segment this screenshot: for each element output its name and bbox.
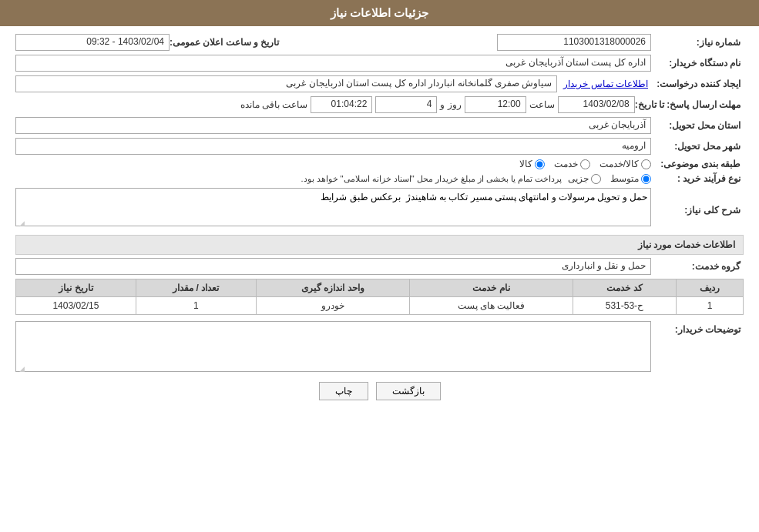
radio-khadamat[interactable] xyxy=(580,159,590,169)
label-kala: کالا xyxy=(519,159,532,169)
main-content: شماره نیاز: 1103001318000026 تاریخ و ساع… xyxy=(0,26,759,416)
cell-date: 1403/02/15 xyxy=(16,297,136,315)
col-header-row: ردیف xyxy=(677,279,744,297)
cell-row: 1 xyxy=(677,297,744,315)
category-option-kala[interactable]: کالا xyxy=(519,159,545,169)
row-buyer-org: نام دستگاه خریدار: اداره کل پست استان آذ… xyxy=(15,55,744,72)
table-row: 1 ح-53-531 فعالیت های پست خودرو 1 1403/0… xyxy=(16,297,744,315)
category-radio-group: کالا/خدمت خدمت کالا xyxy=(519,159,651,169)
label-kala-khadamat: کالا/خدمت xyxy=(599,159,639,169)
province-value: آذربایجان غربی xyxy=(15,117,651,134)
label-motavasset: متوسط xyxy=(610,173,639,184)
need-number-value: 1103001318000026 xyxy=(497,34,651,51)
deadline-remaining-label: ساعت باقی مانده xyxy=(240,99,308,110)
services-table: ردیف کد خدمت نام خدمت واحد اندازه گیری ت… xyxy=(15,279,744,315)
service-group-label: گروه خدمت: xyxy=(651,261,744,272)
deadline-time-label: ساعت xyxy=(529,99,555,110)
page-header: جزئیات اطلاعات نیاز xyxy=(0,0,759,26)
service-group-value: حمل و نقل و انبارداری xyxy=(15,258,651,275)
row-need-number: شماره نیاز: 1103001318000026 تاریخ و ساع… xyxy=(15,34,744,51)
row-city: شهر محل تحویل: ارومیه xyxy=(15,138,744,155)
col-header-code: کد خدمت xyxy=(573,279,676,297)
resize-icon-notes: ◢ xyxy=(17,365,25,373)
category-label: طبقه بندی موضوعی: xyxy=(651,159,744,169)
buyer-notes-textarea[interactable] xyxy=(15,321,651,372)
resize-icon: ◢ xyxy=(17,219,25,227)
city-label: شهر محل تحویل: xyxy=(651,141,744,152)
purchase-type-label: نوع فرآیند خرید : xyxy=(651,173,744,184)
cell-code: ح-53-531 xyxy=(573,297,676,315)
category-option-kala-khadamat[interactable]: کالا/خدمت xyxy=(599,159,651,169)
deadline-time: 12:00 xyxy=(465,96,526,113)
buyer-notes-label: توضیحات خریدار: xyxy=(651,321,744,335)
row-need-description: شرح کلی نیاز: حمل و تحویل مرسولات و امان… xyxy=(15,188,744,229)
label-khadamat: خدمت xyxy=(554,159,578,169)
radio-motavasset[interactable] xyxy=(641,174,651,184)
buyer-notes-wrapper: ◢ xyxy=(15,321,651,374)
radio-kala-khadamat[interactable] xyxy=(641,159,651,169)
deadline-days-label: روز و xyxy=(440,99,461,110)
col-header-qty: تعداد / مقدار xyxy=(136,279,256,297)
page-container: جزئیات اطلاعات نیاز شماره نیاز: 11030013… xyxy=(0,0,759,532)
need-description-wrapper: حمل و تحویل مرسولات و امانتهای پستی مسیر… xyxy=(15,188,651,229)
deadline-label: مهلت ارسال پاسخ: تا تاریخ: xyxy=(635,99,744,110)
row-category: طبقه بندی موضوعی: کالا/خدمت خدمت کالا xyxy=(15,159,744,169)
back-button[interactable]: بازگشت xyxy=(376,382,441,400)
page-title: جزئیات اطلاعات نیاز xyxy=(331,6,428,19)
announce-date-label: تاریخ و ساعت اعلان عمومی: xyxy=(170,37,282,48)
purchase-type-note: پرداخت تمام یا بخشی از مبلغ خریدار محل "… xyxy=(301,174,562,184)
cell-qty: 1 xyxy=(136,297,256,315)
services-title-text: اطلاعات خدمات مورد نیاز xyxy=(638,239,735,250)
row-province: استان محل تحویل: آذربایجان غربی xyxy=(15,117,744,134)
print-button[interactable]: چاپ xyxy=(319,382,368,400)
buyer-org-label: نام دستگاه خریدار: xyxy=(651,58,744,69)
row-purchase-type: نوع فرآیند خرید : متوسط جزیی پرداخت تمام… xyxy=(15,173,744,184)
row-buyer-notes: توضیحات خریدار: ◢ xyxy=(15,321,744,374)
creator-label: ایجاد کننده درخواست: xyxy=(651,79,744,89)
col-header-date: تاریخ نیاز xyxy=(16,279,136,297)
need-number-label: شماره نیاز: xyxy=(651,37,744,48)
deadline-remaining: 01:04:22 xyxy=(311,96,372,113)
creator-link[interactable]: اطلاعات تماس خریدار xyxy=(563,79,648,89)
cell-name: فعالیت های پست xyxy=(410,297,573,315)
row-service-group: گروه خدمت: حمل و نقل و انبارداری xyxy=(15,258,744,275)
city-value: ارومیه xyxy=(15,138,651,155)
category-option-khadamat[interactable]: خدمت xyxy=(554,159,590,169)
cell-unit: خودرو xyxy=(256,297,410,315)
col-header-name: نام خدمت xyxy=(410,279,573,297)
purchase-type-radio-group: متوسط جزیی xyxy=(568,173,651,184)
need-description-textarea[interactable]: حمل و تحویل مرسولات و امانتهای پستی مسیر… xyxy=(15,188,651,226)
row-creator: ایجاد کننده درخواست: اطلاعات تماس خریدار… xyxy=(15,75,744,92)
label-jozii: جزیی xyxy=(568,173,589,184)
services-section-title: اطلاعات خدمات مورد نیاز xyxy=(15,235,744,255)
buyer-org-value: اداره کل پست استان آذربایجان غربی xyxy=(15,55,651,72)
radio-kala[interactable] xyxy=(535,159,545,169)
button-row: بازگشت چاپ xyxy=(15,382,744,400)
announce-date-value: 1403/02/04 - 09:32 xyxy=(15,34,170,51)
province-label: استان محل تحویل: xyxy=(651,120,744,131)
deadline-days: 4 xyxy=(375,96,437,113)
creator-value: سیاوش صفری گلمانخانه انباردار اداره کل پ… xyxy=(15,75,557,92)
row-deadline: مهلت ارسال پاسخ: تا تاریخ: 1403/02/08 سا… xyxy=(15,96,744,113)
purchase-type-motavasset[interactable]: متوسط xyxy=(610,173,651,184)
radio-jozii[interactable] xyxy=(591,174,601,184)
deadline-date: 1403/02/08 xyxy=(558,96,635,113)
need-description-label: شرح کلی نیاز: xyxy=(651,202,744,216)
col-header-unit: واحد اندازه گیری xyxy=(256,279,410,297)
purchase-type-jozii[interactable]: جزیی xyxy=(568,173,601,184)
